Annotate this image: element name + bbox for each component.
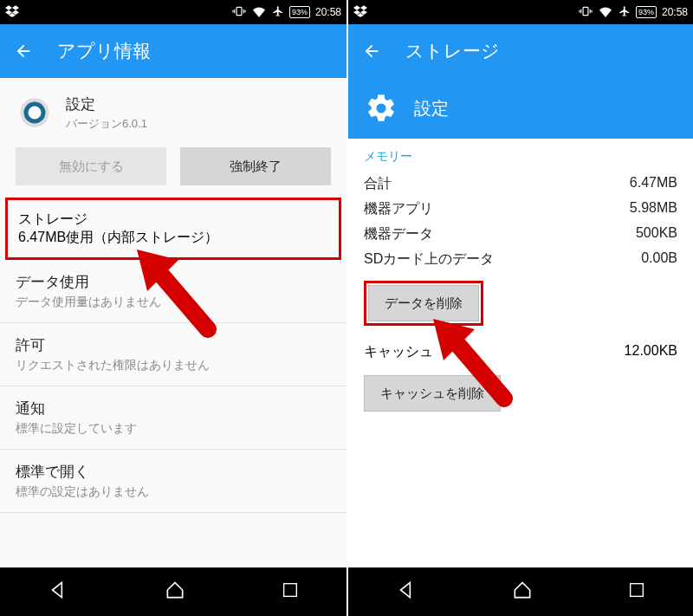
svg-rect-5 (583, 7, 588, 15)
row-total-value: 6.47MB (630, 175, 677, 193)
row-total-label: 合計 (364, 175, 392, 193)
nav-recent-icon[interactable] (281, 580, 300, 603)
button-row: 無効にする 強制終了 (0, 140, 346, 198)
row-device-app: 機器アプリ 5.98MB (348, 197, 693, 222)
app-header: 設定 (348, 78, 693, 139)
row-device-data: 機器データ 500KB (348, 222, 693, 247)
battery-indicator: 93% (636, 6, 657, 18)
page-title: ストレージ (405, 39, 500, 63)
app-info-row: 設定 バージョン6.0.1 (0, 78, 346, 140)
clear-data-button[interactable]: データを削除 (368, 285, 479, 321)
cache-value: 12.00KB (625, 343, 677, 361)
storage-label: ストレージ (18, 211, 328, 229)
status-bar: 93% 20:58 (0, 0, 346, 24)
cache-label: キャッシュ (364, 343, 433, 361)
open-default-row[interactable]: 標準で開く 標準の設定はありません (0, 450, 346, 513)
permissions-row[interactable]: 許可 リクエストされた権限はありません (0, 323, 346, 386)
data-usage-label: データ使用 (16, 272, 331, 292)
force-stop-button[interactable]: 強制終了 (180, 147, 331, 185)
svg-rect-0 (236, 7, 242, 15)
permissions-detail: リクエストされた権限はありません (16, 358, 331, 373)
content-area: メモリー 合計 6.47MB 機器アプリ 5.98MB 機器データ 500KB … (348, 139, 693, 567)
app-version: バージョン6.0.1 (66, 116, 147, 132)
navigation-bar (348, 567, 693, 616)
vibrate-icon (579, 5, 593, 20)
app-name: 設定 (414, 97, 449, 120)
airplane-icon (272, 5, 284, 20)
notifications-row[interactable]: 通知 標準に設定しています (0, 386, 346, 450)
airplane-icon (619, 5, 631, 20)
notifications-detail: 標準に設定しています (16, 421, 331, 437)
nav-recent-icon[interactable] (627, 580, 646, 603)
phone-right: 93% 20:58 ストレージ 設定 メモリー 合計 6.47MB 機器アプリ … (346, 0, 693, 616)
vibrate-icon (232, 5, 246, 20)
page-title: アプリ情報 (57, 39, 151, 63)
open-default-detail: 標準の設定はありません (16, 484, 331, 500)
svg-rect-6 (631, 584, 644, 597)
storage-row[interactable]: ストレージ 6.47MB使用（内部ストレージ） (18, 211, 328, 247)
row-sd-data-label: SDカード上のデータ (364, 250, 494, 269)
row-sd-data: SDカード上のデータ 0.00B (348, 247, 693, 272)
navigation-bar (0, 567, 346, 616)
storage-detail: 6.47MB使用（内部ストレージ） (18, 229, 328, 247)
row-total: 合計 6.47MB (348, 172, 693, 197)
nav-home-icon[interactable] (164, 579, 186, 605)
app-bar: アプリ情報 (0, 24, 346, 78)
data-usage-row[interactable]: データ使用 データ使用量はありません (0, 260, 346, 323)
app-name: 設定 (66, 94, 147, 114)
clear-data-highlight: データを削除 (364, 281, 483, 326)
clock-text: 20:58 (662, 6, 688, 18)
svg-rect-3 (283, 584, 296, 597)
wifi-icon (598, 5, 613, 20)
dropbox-icon (353, 5, 367, 20)
clear-cache-button[interactable]: キャッシュを削除 (364, 375, 501, 412)
open-default-label: 標準で開く (16, 462, 331, 482)
memory-section-label: メモリー (348, 139, 693, 172)
wifi-icon (251, 5, 267, 20)
app-bar: ストレージ (348, 24, 693, 78)
row-device-data-value: 500KB (636, 225, 677, 243)
row-device-data-label: 機器データ (364, 225, 433, 243)
cache-row: キャッシュ 12.00KB (348, 331, 693, 366)
content-area: 設定 バージョン6.0.1 無効にする 強制終了 ストレージ 6.47MB使用（… (0, 78, 346, 567)
svg-point-2 (26, 104, 43, 121)
row-device-app-value: 5.98MB (630, 200, 677, 218)
notifications-label: 通知 (16, 399, 331, 418)
nav-back-icon[interactable] (395, 579, 418, 605)
storage-row-highlight: ストレージ 6.47MB使用（内部ストレージ） (5, 198, 341, 260)
phone-left: 93% 20:58 アプリ情報 設定 バージョン6.0.1 無効にする 強制終 (0, 0, 346, 616)
nav-home-icon[interactable] (511, 579, 534, 605)
clock-text: 20:58 (315, 6, 341, 18)
data-usage-detail: データ使用量はありません (16, 295, 331, 310)
gear-icon (364, 91, 398, 126)
disable-button: 無効にする (16, 147, 166, 185)
permissions-label: 許可 (16, 335, 331, 355)
back-icon[interactable] (362, 42, 381, 61)
status-bar: 93% 20:58 (348, 0, 693, 24)
back-icon[interactable] (14, 42, 33, 61)
battery-indicator: 93% (289, 6, 310, 18)
row-device-app-label: 機器アプリ (364, 200, 433, 218)
row-sd-data-value: 0.00B (641, 250, 677, 269)
dropbox-icon (5, 5, 19, 20)
nav-back-icon[interactable] (47, 579, 69, 605)
settings-app-icon (16, 94, 54, 132)
